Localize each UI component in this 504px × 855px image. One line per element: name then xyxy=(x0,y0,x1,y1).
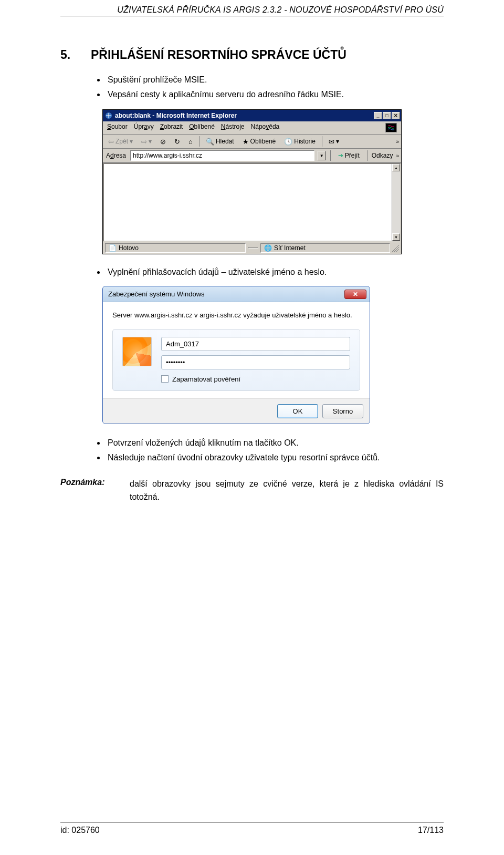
page-icon: 📄 xyxy=(109,244,117,252)
ok-button[interactable]: OK xyxy=(277,404,318,418)
dialog-title: Zabezpečení systému Windows xyxy=(108,290,205,298)
bullet-list-2: Vyplnění přihlašovacích údajů – uživatel… xyxy=(91,266,444,279)
refresh-button[interactable]: ↻ xyxy=(171,137,183,147)
ie-menubar: Soubor Úpravy Zobrazit Oblíbené Nástroje… xyxy=(103,121,401,135)
dialog-titlebar: Zabezpečení systému Windows ✕ xyxy=(103,286,370,302)
ie-throbber xyxy=(385,123,397,132)
dialog-close-button[interactable]: ✕ xyxy=(344,290,366,299)
ie-toolbar: ⇦Zpět ▾ ⇨▾ ⊘ ↻ ⌂ 🔍Hledat ★Oblíbené 🕓Hist… xyxy=(103,135,401,149)
list-item: Spuštění prohlížeče MSIE. xyxy=(106,74,444,86)
note-row: Poznámka: další obrazovky jsou sejmuty z… xyxy=(60,478,444,504)
user-avatar xyxy=(122,337,152,366)
username-field[interactable] xyxy=(161,337,350,351)
menu-soubor[interactable]: Soubor xyxy=(107,123,128,132)
arrow-right-icon: ⇨ xyxy=(141,138,147,146)
ie-titlebar: about:blank - Microsoft Internet Explore… xyxy=(103,110,401,121)
cancel-button[interactable]: Storno xyxy=(322,404,363,418)
toolbar-overflow[interactable]: » xyxy=(396,139,399,145)
list-item: Vyplnění přihlašovacích údajů – uživatel… xyxy=(106,266,444,279)
vertical-scrollbar[interactable]: ▲ ▼ xyxy=(392,164,400,241)
stop-icon: ⊘ xyxy=(160,138,166,146)
links-overflow[interactable]: » xyxy=(396,153,399,159)
stop-button[interactable]: ⊘ xyxy=(157,137,169,147)
favorites-button[interactable]: ★Oblíbené xyxy=(239,137,279,147)
dialog-message: Server www.argis-i.sshr.cz v argis-i.ssh… xyxy=(112,311,360,321)
mail-icon: ✉ xyxy=(329,138,334,146)
back-button[interactable]: ⇦Zpět ▾ xyxy=(105,137,136,147)
go-icon: ➔ xyxy=(338,152,343,159)
section-title: PŘIHLÁŠENÍ RESORTNÍHO SPRÁVCE ÚČTŮ xyxy=(91,48,346,62)
history-button[interactable]: 🕓Historie xyxy=(281,137,319,147)
footer-rule xyxy=(60,822,444,822)
list-item: Potvrzení vložených údajů kliknutím na t… xyxy=(106,437,444,449)
bullet-list-3: Potvrzení vložených údajů kliknutím na t… xyxy=(91,437,444,464)
status-right: 🌐 Síť Internet xyxy=(260,243,390,253)
star-icon: ★ xyxy=(243,138,249,146)
minimize-button[interactable]: _ xyxy=(374,112,382,119)
status-left: 📄 Hotovo xyxy=(105,243,246,253)
menu-zobrazit[interactable]: Zobrazit xyxy=(160,123,183,132)
forward-button[interactable]: ⇨▾ xyxy=(138,137,155,147)
arrow-left-icon: ⇦ xyxy=(108,138,114,146)
resize-grip[interactable] xyxy=(392,244,399,252)
page-header: UŽIVATELSKÁ PŘÍRUČKA IS ARGIS 2.3.2 - NO… xyxy=(60,5,444,15)
list-item: Vepsání cesty k aplikačnímu serveru do a… xyxy=(106,88,444,101)
header-rule xyxy=(60,16,444,16)
note-label: Poznámka: xyxy=(60,478,122,504)
credentials-card: Zapamatovat pověření xyxy=(112,329,360,391)
section-heading: 5. PŘIHLÁŠENÍ RESORTNÍHO SPRÁVCE ÚČTŮ xyxy=(60,48,444,62)
home-icon: ⌂ xyxy=(188,138,193,146)
remember-checkbox[interactable] xyxy=(161,375,169,383)
address-label: Adresa xyxy=(105,152,127,159)
home-button[interactable]: ⌂ xyxy=(185,137,196,147)
links-label[interactable]: Odkazy xyxy=(372,152,393,159)
dialog-footer: OK Storno xyxy=(103,398,370,424)
ie-addressbar: Adresa http://www.argis-i.sshr.cz ▼ ➔Pře… xyxy=(103,149,401,163)
menu-napoveda[interactable]: Nápověda xyxy=(251,123,280,132)
bullet-list-1: Spuštění prohlížeče MSIE. Vepsání cesty … xyxy=(91,74,444,101)
ie-content-area: ▲ ▼ xyxy=(103,163,401,242)
password-field[interactable] xyxy=(161,355,350,369)
menu-upravy[interactable]: Úpravy xyxy=(134,123,154,132)
credentials-dialog-screenshot: Zabezpečení systému Windows ✕ Server www… xyxy=(102,286,370,424)
mail-button[interactable]: ✉▾ xyxy=(326,137,342,147)
ie-screenshot: about:blank - Microsoft Internet Explore… xyxy=(102,109,402,254)
page-footer: id: 025760 17/113 xyxy=(60,822,444,835)
search-button[interactable]: 🔍Hledat xyxy=(203,137,237,147)
footer-id: id: 025760 xyxy=(60,826,100,835)
globe-icon: 🌐 xyxy=(264,244,272,252)
list-item: Následuje načtení úvodní obrazovky uživa… xyxy=(106,451,444,464)
ie-icon xyxy=(105,112,112,119)
ie-title-text: about:blank - Microsoft Internet Explore… xyxy=(115,112,237,119)
address-input[interactable]: http://www.argis-i.sshr.cz xyxy=(130,150,314,161)
remember-label: Zapamatovat pověření xyxy=(172,375,240,383)
refresh-icon: ↻ xyxy=(174,138,180,146)
menu-oblibene[interactable]: Oblíbené xyxy=(189,123,215,132)
search-icon: 🔍 xyxy=(206,138,214,146)
go-button[interactable]: ➔Přejít xyxy=(335,151,363,160)
address-dropdown[interactable]: ▼ xyxy=(318,151,326,160)
note-text: další obrazovky jsou sejmuty ze cvičné v… xyxy=(130,478,444,504)
history-icon: 🕓 xyxy=(284,138,292,146)
menu-nastroje[interactable]: Nástroje xyxy=(221,123,245,132)
section-number: 5. xyxy=(60,48,91,62)
footer-page: 17/113 xyxy=(418,826,444,835)
maximize-button[interactable]: □ xyxy=(383,112,391,119)
ie-statusbar: 📄 Hotovo 🌐 Síť Internet xyxy=(103,242,401,254)
close-button[interactable]: ✕ xyxy=(392,112,400,119)
